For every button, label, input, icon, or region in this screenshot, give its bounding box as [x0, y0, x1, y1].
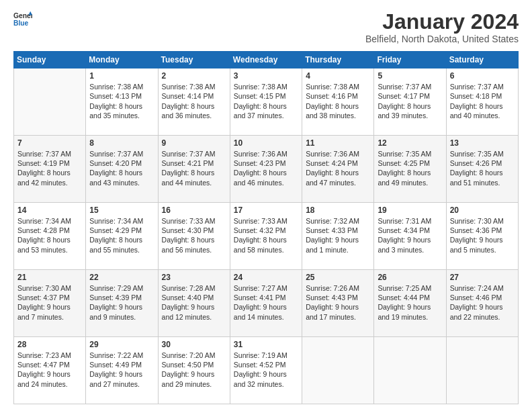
day-info: Sunrise: 7:30 AM Sunset: 4:37 PM Dayligh…	[17, 283, 82, 322]
day-cell-0-6: 6Sunrise: 7:37 AM Sunset: 4:18 PM Daylig…	[446, 68, 518, 136]
day-info: Sunrise: 7:33 AM Sunset: 4:32 PM Dayligh…	[234, 216, 298, 255]
day-info: Sunrise: 7:38 AM Sunset: 4:13 PM Dayligh…	[89, 82, 154, 120]
day-cell-3-1: 22Sunrise: 7:29 AM Sunset: 4:39 PM Dayli…	[86, 270, 158, 337]
day-number: 12	[378, 138, 442, 148]
day-number: 19	[378, 205, 442, 215]
day-cell-3-2: 23Sunrise: 7:28 AM Sunset: 4:40 PM Dayli…	[158, 270, 230, 337]
day-number: 9	[162, 138, 226, 148]
day-cell-2-2: 16Sunrise: 7:33 AM Sunset: 4:30 PM Dayli…	[158, 203, 230, 270]
day-info: Sunrise: 7:28 AM Sunset: 4:40 PM Dayligh…	[162, 283, 226, 322]
day-info: Sunrise: 7:37 AM Sunset: 4:18 PM Dayligh…	[450, 82, 515, 120]
day-info: Sunrise: 7:34 AM Sunset: 4:28 PM Dayligh…	[17, 216, 82, 255]
day-number: 8	[89, 138, 154, 148]
day-number: 28	[17, 340, 82, 349]
week-row-3: 21Sunrise: 7:30 AM Sunset: 4:37 PM Dayli…	[14, 270, 519, 337]
day-info: Sunrise: 7:29 AM Sunset: 4:39 PM Dayligh…	[89, 283, 154, 322]
day-number: 25	[306, 273, 370, 282]
day-number: 7	[17, 138, 82, 148]
day-info: Sunrise: 7:30 AM Sunset: 4:36 PM Dayligh…	[450, 216, 515, 255]
day-cell-0-3: 3Sunrise: 7:38 AM Sunset: 4:15 PM Daylig…	[230, 68, 302, 136]
header-monday: Monday	[86, 52, 158, 68]
day-cell-0-5: 5Sunrise: 7:37 AM Sunset: 4:17 PM Daylig…	[374, 68, 446, 136]
day-info: Sunrise: 7:31 AM Sunset: 4:34 PM Dayligh…	[378, 216, 442, 255]
day-number: 4	[306, 71, 370, 81]
day-number: 24	[234, 273, 298, 282]
day-cell-4-3: 31Sunrise: 7:19 AM Sunset: 4:52 PM Dayli…	[230, 337, 302, 404]
day-number: 10	[234, 138, 298, 148]
header-saturday: Saturday	[446, 52, 518, 68]
week-row-0: 1Sunrise: 7:38 AM Sunset: 4:13 PM Daylig…	[14, 68, 519, 136]
day-number: 30	[162, 340, 226, 349]
day-cell-4-5	[374, 337, 446, 404]
day-number: 11	[306, 138, 370, 148]
day-info: Sunrise: 7:33 AM Sunset: 4:30 PM Dayligh…	[162, 216, 226, 255]
svg-text:Blue: Blue	[13, 19, 29, 27]
day-cell-0-2: 2Sunrise: 7:38 AM Sunset: 4:14 PM Daylig…	[158, 68, 230, 136]
day-number: 29	[89, 340, 154, 349]
day-cell-2-5: 19Sunrise: 7:31 AM Sunset: 4:34 PM Dayli…	[374, 203, 446, 270]
header: General Blue January 2024 Belfield, Nort…	[13, 10, 519, 44]
day-info: Sunrise: 7:35 AM Sunset: 4:26 PM Dayligh…	[450, 149, 515, 187]
day-number: 22	[89, 273, 154, 282]
day-info: Sunrise: 7:25 AM Sunset: 4:44 PM Dayligh…	[378, 283, 442, 322]
weekday-header-row: Sunday Monday Tuesday Wednesday Thursday…	[14, 52, 519, 68]
day-number: 26	[378, 273, 442, 282]
day-number: 1	[89, 71, 154, 81]
day-info: Sunrise: 7:35 AM Sunset: 4:25 PM Dayligh…	[378, 149, 442, 187]
day-number: 23	[162, 273, 226, 282]
day-info: Sunrise: 7:36 AM Sunset: 4:24 PM Dayligh…	[306, 149, 370, 187]
day-number: 31	[234, 340, 298, 349]
day-cell-1-4: 11Sunrise: 7:36 AM Sunset: 4:24 PM Dayli…	[302, 136, 374, 203]
day-cell-1-0: 7Sunrise: 7:37 AM Sunset: 4:19 PM Daylig…	[14, 136, 86, 203]
day-cell-2-0: 14Sunrise: 7:34 AM Sunset: 4:28 PM Dayli…	[14, 203, 86, 270]
day-info: Sunrise: 7:38 AM Sunset: 4:14 PM Dayligh…	[162, 82, 226, 120]
day-cell-4-2: 30Sunrise: 7:20 AM Sunset: 4:50 PM Dayli…	[158, 337, 230, 404]
day-info: Sunrise: 7:23 AM Sunset: 4:47 PM Dayligh…	[17, 351, 82, 389]
day-cell-4-1: 29Sunrise: 7:22 AM Sunset: 4:49 PM Dayli…	[86, 337, 158, 404]
header-thursday: Thursday	[302, 52, 374, 68]
title-section: January 2024 Belfield, North Dakota, Uni…	[365, 10, 519, 44]
day-cell-3-0: 21Sunrise: 7:30 AM Sunset: 4:37 PM Dayli…	[14, 270, 86, 337]
header-wednesday: Wednesday	[230, 52, 302, 68]
day-cell-4-0: 28Sunrise: 7:23 AM Sunset: 4:47 PM Dayli…	[14, 337, 86, 404]
day-number: 21	[17, 273, 82, 282]
day-cell-1-6: 13Sunrise: 7:35 AM Sunset: 4:26 PM Dayli…	[446, 136, 518, 203]
day-cell-3-3: 24Sunrise: 7:27 AM Sunset: 4:41 PM Dayli…	[230, 270, 302, 337]
header-sunday: Sunday	[14, 52, 86, 68]
day-number: 17	[234, 205, 298, 215]
day-number: 14	[17, 205, 82, 215]
calendar-table: Sunday Monday Tuesday Wednesday Thursday…	[13, 51, 519, 404]
day-cell-2-4: 18Sunrise: 7:32 AM Sunset: 4:33 PM Dayli…	[302, 203, 374, 270]
day-number: 13	[450, 138, 515, 148]
day-cell-0-0	[14, 68, 86, 136]
day-info: Sunrise: 7:19 AM Sunset: 4:52 PM Dayligh…	[234, 351, 298, 389]
day-number: 15	[89, 205, 154, 215]
day-cell-0-4: 4Sunrise: 7:38 AM Sunset: 4:16 PM Daylig…	[302, 68, 374, 136]
day-info: Sunrise: 7:37 AM Sunset: 4:19 PM Dayligh…	[17, 149, 82, 187]
week-row-1: 7Sunrise: 7:37 AM Sunset: 4:19 PM Daylig…	[14, 136, 519, 203]
day-info: Sunrise: 7:27 AM Sunset: 4:41 PM Dayligh…	[234, 283, 298, 322]
header-friday: Friday	[374, 52, 446, 68]
day-number: 3	[234, 71, 298, 81]
day-info: Sunrise: 7:32 AM Sunset: 4:33 PM Dayligh…	[306, 216, 370, 255]
day-info: Sunrise: 7:37 AM Sunset: 4:20 PM Dayligh…	[89, 149, 154, 187]
day-cell-1-2: 9Sunrise: 7:37 AM Sunset: 4:21 PM Daylig…	[158, 136, 230, 203]
day-info: Sunrise: 7:38 AM Sunset: 4:16 PM Dayligh…	[306, 82, 370, 120]
day-info: Sunrise: 7:38 AM Sunset: 4:15 PM Dayligh…	[234, 82, 298, 120]
day-number: 6	[450, 71, 515, 81]
day-cell-0-1: 1Sunrise: 7:38 AM Sunset: 4:13 PM Daylig…	[86, 68, 158, 136]
day-info: Sunrise: 7:20 AM Sunset: 4:50 PM Dayligh…	[162, 351, 226, 389]
day-info: Sunrise: 7:22 AM Sunset: 4:49 PM Dayligh…	[89, 351, 154, 389]
calendar-title: January 2024	[365, 10, 519, 34]
week-row-2: 14Sunrise: 7:34 AM Sunset: 4:28 PM Dayli…	[14, 203, 519, 270]
day-number: 27	[450, 273, 515, 282]
day-number: 20	[450, 205, 515, 215]
calendar-page: General Blue January 2024 Belfield, Nort…	[0, 0, 532, 411]
day-info: Sunrise: 7:26 AM Sunset: 4:43 PM Dayligh…	[306, 283, 370, 322]
day-info: Sunrise: 7:36 AM Sunset: 4:23 PM Dayligh…	[234, 149, 298, 187]
day-cell-3-4: 25Sunrise: 7:26 AM Sunset: 4:43 PM Dayli…	[302, 270, 374, 337]
day-cell-2-6: 20Sunrise: 7:30 AM Sunset: 4:36 PM Dayli…	[446, 203, 518, 270]
day-cell-1-1: 8Sunrise: 7:37 AM Sunset: 4:20 PM Daylig…	[86, 136, 158, 203]
day-cell-4-6	[446, 337, 518, 404]
day-number: 16	[162, 205, 226, 215]
